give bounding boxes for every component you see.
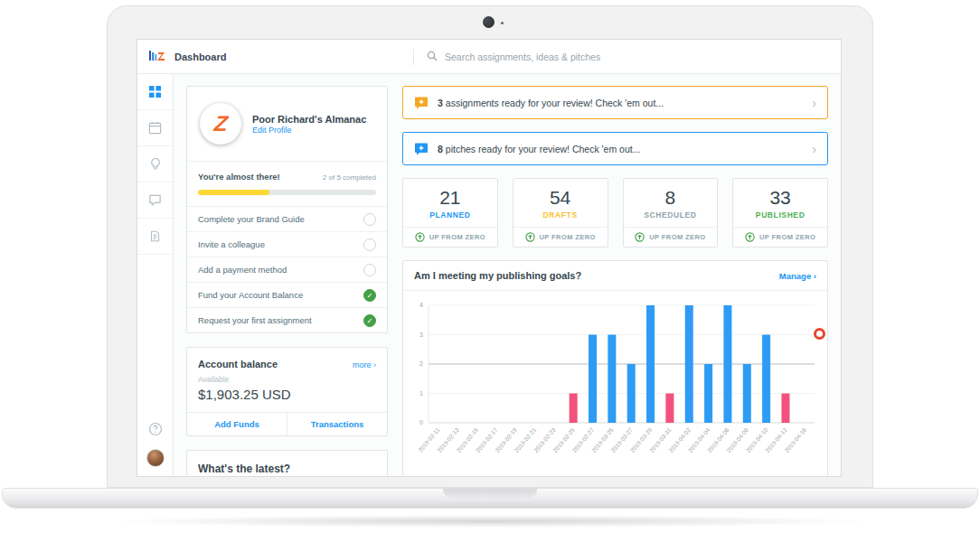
stat-value: 33: [733, 187, 827, 208]
help-icon[interactable]: [148, 422, 163, 440]
main-content: Z Poor Richard's Almanac Edit Profile Yo…: [174, 74, 841, 476]
user-avatar[interactable]: [146, 449, 165, 467]
account-balance-card: Account balance more › Available $1,903.…: [186, 347, 388, 436]
stat-card-drafts[interactable]: 54 DRAFTS UP FROM ZERO: [513, 178, 608, 248]
transactions-button[interactable]: Transactions: [287, 413, 387, 435]
pitches-review-alert[interactable]: 8pitches ready for your review! Check 'e…: [402, 132, 828, 165]
publishing-goals-card: Am I meeting my publishing goals? Manage…: [402, 260, 828, 476]
profile-name: Poor Richard's Almanac: [252, 113, 366, 126]
search-icon: [427, 49, 438, 65]
stats-row: 21 PLANNED UP FROM ZERO: [402, 178, 828, 248]
trend-up-icon: [415, 229, 425, 246]
alert-text: 3assignments ready for your review! Chec…: [438, 98, 664, 108]
checklist-item-brand-guide[interactable]: Complete your Brand Guide: [187, 206, 387, 231]
stat-card-planned[interactable]: 21 PLANNED UP FROM ZERO: [402, 178, 498, 248]
sidebar: [137, 74, 174, 476]
stat-note: UP FROM ZERO: [759, 233, 815, 241]
stat-value: 8: [624, 187, 718, 208]
stat-card-scheduled[interactable]: 8 SCHEDULED UP FROM ZERO: [623, 178, 719, 248]
sidebar-item-ideas[interactable]: [137, 146, 173, 182]
progress-title: You're almost there!: [198, 172, 280, 182]
checklist-item-first-assignment[interactable]: Request your first assignment: [187, 307, 387, 332]
app-logo-icon: [149, 48, 165, 66]
sidebar-item-assignments[interactable]: [137, 219, 173, 255]
publishing-goals-chart: 012342019-02-112019-02-132019-02-152019-…: [407, 298, 824, 472]
laptop-base: [2, 488, 978, 509]
balance-title: Account balance: [198, 359, 278, 369]
laptop-shadow: [108, 515, 872, 528]
stat-note: UP FROM ZERO: [649, 233, 705, 241]
laptop-base-notch: [443, 489, 537, 499]
checklist-status-icon: [363, 213, 376, 226]
latest-card: What's the latest?: [186, 450, 388, 476]
progress-status: 2 of 5 completed: [323, 173, 376, 182]
stat-value: 54: [514, 187, 608, 208]
webcam-led-icon: [501, 22, 504, 24]
checklist-item-label: Invite a colleague: [198, 239, 265, 249]
checklist-item-label: Fund your Account Balance: [198, 290, 303, 300]
trend-up-icon: [745, 229, 755, 246]
chart-title: Am I meeting my publishing goals?: [414, 270, 581, 281]
chevron-right-icon: ›: [812, 97, 816, 109]
page-title: Dashboard: [174, 51, 226, 62]
app-window: Dashboard: [137, 39, 842, 477]
stat-label: DRAFTS: [514, 210, 608, 220]
stat-note: UP FROM ZERO: [429, 233, 485, 241]
checklist-status-icon: [363, 238, 376, 251]
review-bubble-icon: [414, 142, 429, 156]
checklist-status-icon: [363, 264, 376, 276]
lightbulb-icon: [149, 157, 162, 171]
alert-text: 8pitches ready for your review! Check 'e…: [438, 144, 640, 154]
chevron-right-icon: ›: [812, 143, 816, 155]
checklist-item-label: Complete your Brand Guide: [198, 214, 305, 224]
topbar: Dashboard: [137, 40, 841, 74]
checklist-item-label: Add a payment method: [198, 265, 287, 275]
laptop-screen: Dashboard: [107, 5, 873, 488]
checklist-item-fund-balance[interactable]: Fund your Account Balance: [187, 282, 387, 307]
svg-text:3: 3: [419, 332, 423, 338]
balance-available-label: Available: [187, 375, 387, 384]
review-bubble-icon: [414, 96, 429, 110]
stat-card-published[interactable]: 33 PUBLISHED UP FROM ZERO: [732, 178, 828, 248]
stat-note: UP FROM ZERO: [540, 233, 596, 241]
edit-profile-link[interactable]: Edit Profile: [252, 126, 366, 135]
checklist-status-icon: [363, 314, 376, 327]
right-column: 3assignments ready for your review! Chec…: [402, 86, 828, 464]
laptop-mockup: Dashboard: [0, 0, 980, 542]
profile-card: Z Poor Richard's Almanac Edit Profile Yo…: [186, 86, 388, 333]
brand-area: Dashboard: [137, 48, 413, 66]
balance-amount: $1,903.25 USD: [187, 384, 387, 412]
stat-label: SCHEDULED: [624, 210, 718, 220]
progress-fill: [198, 190, 269, 195]
trend-up-icon: [635, 229, 645, 246]
manage-link[interactable]: Manage ›: [779, 271, 816, 281]
comment-icon: [148, 193, 162, 207]
document-icon: [149, 229, 161, 243]
left-column: Z Poor Richard's Almanac Edit Profile Yo…: [186, 86, 388, 464]
onboarding-progress: You're almost there! 2 of 5 completed: [187, 161, 387, 206]
trend-up-icon: [525, 229, 535, 246]
latest-title: What's the latest?: [198, 463, 376, 475]
checklist-item-invite-colleague[interactable]: Invite a colleague: [187, 231, 387, 257]
search-input[interactable]: [445, 51, 828, 62]
dashboard-grid-icon: [148, 85, 162, 98]
checklist-item-label: Request your first assignment: [198, 315, 312, 325]
checklist-status-icon: [363, 289, 376, 302]
assignments-review-alert[interactable]: 3assignments ready for your review! Chec…: [402, 86, 828, 119]
sidebar-item-pitches[interactable]: [137, 182, 173, 219]
search-box[interactable]: [414, 49, 841, 65]
stat-label: PUBLISHED: [733, 210, 827, 220]
notification-badge[interactable]: [814, 328, 825, 340]
stat-value: 21: [403, 187, 497, 208]
svg-text:0: 0: [419, 420, 423, 426]
sidebar-item-calendar[interactable]: [137, 110, 173, 146]
sidebar-item-dashboard[interactable]: [137, 74, 173, 110]
progress-bar: [198, 190, 376, 195]
svg-text:4: 4: [419, 303, 423, 309]
checklist-item-payment-method[interactable]: Add a payment method: [187, 257, 387, 282]
add-funds-button[interactable]: Add Funds: [187, 413, 287, 435]
brand-avatar: Z: [200, 103, 241, 145]
balance-more-link[interactable]: more ›: [353, 360, 376, 369]
svg-text:2: 2: [419, 361, 423, 368]
stat-label: PLANNED: [403, 210, 497, 220]
